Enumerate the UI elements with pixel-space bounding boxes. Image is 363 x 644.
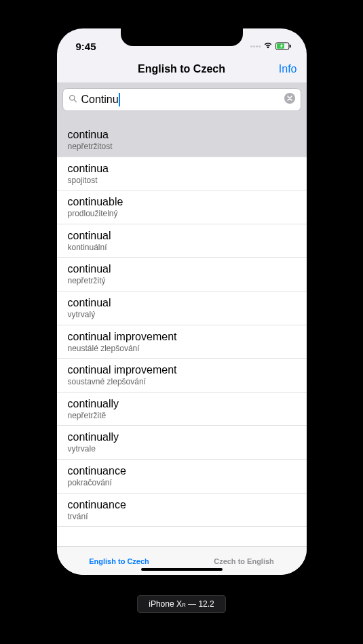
svg-line-4 [74,100,76,102]
result-title: continual [68,296,296,310]
result-title: continual improvement [68,330,296,344]
search-input[interactable]: Continu [81,94,119,106]
result-row[interactable]: continuancetrvání [57,494,307,527]
result-row[interactable]: continuaspojitost [57,157,307,191]
mute-switch [47,102,49,121]
result-translation: spojitost [68,176,296,186]
result-title: continually [68,397,296,411]
result-row[interactable]: continualkontinuální [57,224,307,258]
result-translation: soustavné zlepšování [68,377,296,388]
result-translation: trvání [68,512,296,523]
clear-icon[interactable] [284,93,295,106]
info-button[interactable]: Info [279,63,297,75]
result-row[interactable]: continualvytrvalý [57,291,307,325]
result-title: continual improvement [68,363,296,377]
result-title: continuance [68,464,296,478]
result-translation: vytrvale [68,444,296,455]
search-bottom-strip [57,117,307,123]
device-label: iPhone XR — 12.2 [137,595,226,613]
result-translation: nepřetržitý [68,276,296,287]
result-translation: prodloužitelný [68,209,296,220]
result-translation: kontinuální [68,243,296,254]
result-title: continuable [68,195,296,209]
result-row[interactable]: continual improvementneustálé zlepšování [57,325,307,359]
svg-rect-2 [289,44,290,47]
result-title: continua [68,162,296,176]
result-row[interactable]: continuallynepřetržitě [57,393,307,426]
result-title: continually [68,430,296,444]
tab-czech-english[interactable]: Czech to English [214,557,274,565]
nav-bar: English to Czech Info [57,56,307,83]
wifi-icon [263,41,273,52]
device-notch [121,28,243,46]
result-title: continuance [68,498,296,512]
search-icon [69,94,77,106]
nav-title: English to Czech [138,63,225,75]
result-translation: vytrvalý [68,310,296,321]
status-time: 9:45 [76,41,96,52]
result-row[interactable]: continuallyvytrvale [57,426,307,460]
result-title: continual [68,262,296,276]
result-row[interactable]: continual improvementsoustavné zlepšován… [57,359,307,393]
result-row[interactable]: continuancepokračování [57,460,307,494]
volume-up [47,136,49,169]
result-row[interactable]: continuableprodloužitelný [57,190,307,224]
result-translation: neustálé zlepšování [68,344,296,355]
result-row[interactable]: continuanepřetržitost [57,123,307,157]
text-cursor [119,93,120,106]
result-translation: nepřetržitě [68,411,296,422]
result-row[interactable]: continualnepřetržitý [57,258,307,291]
result-title: continua [68,128,296,142]
power-button [315,142,317,190]
home-indicator[interactable] [141,568,223,571]
tab-english-czech[interactable]: English to Czech [89,557,149,565]
result-title: continual [68,229,296,243]
result-translation: pokračování [68,478,296,489]
search-area: Continu [57,83,307,117]
cellular-dots-icon [250,45,261,47]
results-list[interactable]: continuanepřetržitostcontinuaspojitostco… [57,123,307,546]
result-translation: nepřetržitost [68,142,296,153]
search-field[interactable]: Continu [62,88,301,111]
volume-down [47,178,49,212]
battery-icon [275,41,292,52]
